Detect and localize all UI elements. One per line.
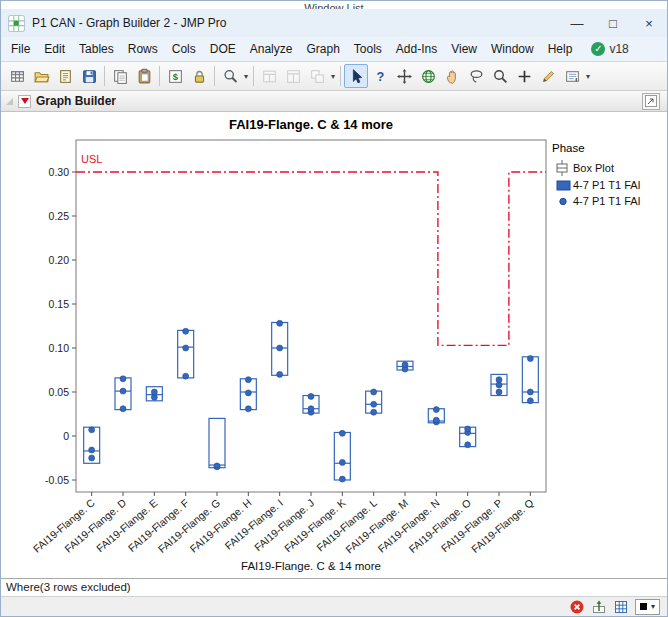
menu-window[interactable]: Window — [484, 38, 541, 60]
data-point[interactable] — [183, 345, 189, 351]
data-point[interactable] — [465, 426, 471, 432]
move-icon[interactable] — [392, 64, 416, 88]
box-plot-h[interactable] — [240, 377, 256, 412]
text-tool-dropdown-caret[interactable]: ▾ — [584, 72, 592, 81]
menu-cols[interactable]: Cols — [165, 38, 203, 60]
copy-icon[interactable] — [108, 64, 132, 88]
arrow-cursor-icon[interactable] — [344, 64, 368, 88]
data-point[interactable] — [339, 476, 345, 482]
data-point[interactable] — [277, 320, 283, 326]
error-status-icon[interactable] — [569, 598, 586, 615]
box-plot-i[interactable] — [272, 320, 288, 377]
data-point[interactable] — [371, 409, 377, 415]
box-plot-o[interactable] — [460, 426, 476, 448]
legend-entry-label[interactable]: 4-7 P1 T1 FAI — [573, 179, 641, 191]
box-plot-m[interactable] — [397, 361, 413, 372]
marker-selector[interactable]: ▾ — [635, 599, 660, 615]
menu-doe[interactable]: DOE — [203, 38, 243, 60]
box[interactable] — [522, 357, 538, 403]
minimize-button[interactable]: — — [559, 9, 595, 37]
data-point[interactable] — [120, 406, 126, 412]
data-point[interactable] — [277, 345, 283, 351]
data-point[interactable] — [402, 362, 408, 368]
globe-icon[interactable] — [416, 64, 440, 88]
menu-rows[interactable]: Rows — [121, 38, 165, 60]
data-point[interactable] — [120, 376, 126, 382]
box-plot-d[interactable] — [115, 376, 131, 412]
box-plot-k[interactable] — [334, 430, 350, 482]
data-point[interactable] — [89, 455, 95, 461]
menu-graph[interactable]: Graph — [299, 38, 346, 60]
box-plot-l[interactable] — [366, 389, 382, 415]
new-data-table-icon[interactable] — [5, 64, 29, 88]
data-point[interactable] — [183, 328, 189, 334]
menu-edit[interactable]: Edit — [37, 38, 72, 60]
box-plot-q[interactable] — [522, 356, 538, 404]
data-point[interactable] — [214, 463, 220, 469]
box-plot-c[interactable] — [84, 427, 100, 463]
legend-entry-label[interactable]: 4-7 P1 T1 FAI — [573, 195, 641, 207]
menu-file[interactable]: File — [4, 38, 37, 60]
lasso-icon[interactable] — [464, 64, 488, 88]
data-point[interactable] — [245, 390, 251, 396]
help-icon[interactable]: ? — [368, 64, 392, 88]
menu-tools[interactable]: Tools — [347, 38, 389, 60]
data-point[interactable] — [371, 401, 377, 407]
search-dropdown-caret[interactable]: ▾ — [242, 72, 250, 81]
box-plot-g[interactable] — [209, 418, 225, 469]
data-point[interactable] — [339, 459, 345, 465]
box-plot-p[interactable] — [491, 374, 507, 395]
data-point[interactable] — [245, 377, 251, 383]
text-tool-icon[interactable] — [560, 64, 584, 88]
maximize-button[interactable]: □ — [595, 9, 631, 37]
data-point[interactable] — [433, 407, 439, 413]
paste-icon[interactable] — [132, 64, 156, 88]
up-arrow-icon[interactable] — [591, 598, 608, 615]
box-plot-e[interactable] — [146, 387, 162, 401]
layout-icon[interactable] — [257, 64, 281, 88]
pencil-icon[interactable] — [536, 64, 560, 88]
data-point[interactable] — [371, 389, 377, 395]
data-point[interactable] — [496, 377, 502, 383]
data-point[interactable] — [183, 373, 189, 379]
data-point[interactable] — [527, 398, 533, 404]
zoom-icon[interactable] — [488, 64, 512, 88]
data-point[interactable] — [527, 356, 533, 362]
data-point[interactable] — [527, 389, 533, 395]
box-plot-n[interactable] — [428, 407, 444, 425]
data-point[interactable] — [89, 427, 95, 433]
panel-pin-button[interactable] — [642, 93, 660, 110]
box[interactable] — [178, 330, 194, 378]
box-plot-j[interactable] — [303, 393, 319, 415]
window-grid-icon[interactable] — [281, 64, 305, 88]
plus-icon[interactable] — [512, 64, 536, 88]
menu-view[interactable]: View — [444, 38, 484, 60]
script-icon[interactable]: $ — [163, 64, 187, 88]
windows-menu-dropdown-caret[interactable]: ▾ — [329, 72, 337, 81]
data-point[interactable] — [496, 389, 502, 395]
data-point[interactable] — [308, 393, 314, 399]
menu-tables[interactable]: Tables — [72, 38, 121, 60]
lock-icon[interactable] — [187, 64, 211, 88]
data-point[interactable] — [277, 371, 283, 377]
data-point[interactable] — [89, 447, 95, 453]
data-point[interactable] — [308, 406, 314, 412]
data-point[interactable] — [151, 389, 157, 395]
data-point[interactable] — [465, 442, 471, 448]
open-icon[interactable] — [29, 64, 53, 88]
grid-status-icon[interactable] — [613, 598, 630, 615]
box-plot-f[interactable] — [178, 328, 194, 379]
box[interactable] — [334, 432, 350, 480]
data-point[interactable] — [433, 417, 439, 423]
box[interactable] — [209, 418, 225, 467]
outline-collapse-icon[interactable] — [6, 98, 13, 105]
windows-menu-icon[interactable] — [305, 64, 329, 88]
close-button[interactable]: × — [631, 9, 667, 37]
legend-swatch-dot[interactable] — [560, 198, 566, 204]
data-point[interactable] — [120, 388, 126, 394]
menu-analyze[interactable]: Analyze — [243, 38, 300, 60]
legend-swatch-box[interactable] — [557, 181, 570, 190]
graph-builder-header[interactable]: Graph Builder — [1, 91, 667, 112]
journal-icon[interactable] — [53, 64, 77, 88]
legend-entry-label[interactable]: Box Plot — [573, 162, 614, 174]
